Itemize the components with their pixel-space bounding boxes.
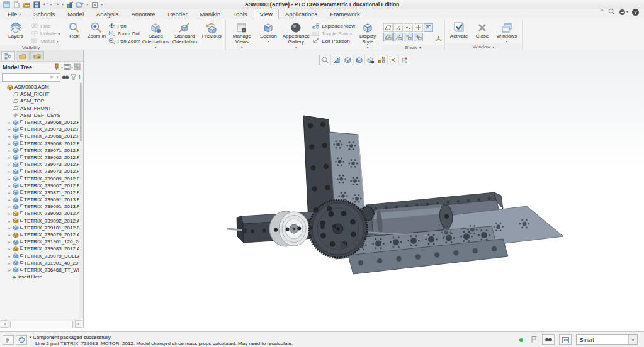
tree-item[interactable]: ▸TETRIX_739079_2012.ASM xyxy=(0,231,79,238)
expand-arrow-icon[interactable]: ▸ xyxy=(8,204,11,209)
axis-display-toggle[interactable] xyxy=(393,23,403,32)
point-tag-toggle[interactable] xyxy=(404,33,413,41)
search-tool-icon[interactable] xyxy=(542,334,555,345)
plane-display-toggle[interactable] xyxy=(383,23,393,32)
expand-arrow-icon[interactable]: ▸ xyxy=(8,219,11,223)
ig-exploded-view-icon[interactable] xyxy=(376,55,388,65)
tree-item[interactable]: ▸TETRIX_739079_COLLAR_2012.PRT xyxy=(0,253,79,260)
find-icon[interactable] xyxy=(62,72,69,83)
manage-views-button[interactable]: Manage Views ▾ xyxy=(228,21,256,49)
expand-arrow-icon[interactable]: ▸ xyxy=(8,246,11,251)
window-group-label[interactable]: Window▾ xyxy=(445,43,522,50)
tree-filters-dropdown-icon[interactable]: ▾ xyxy=(61,65,63,69)
redo-icon[interactable]: ↷ xyxy=(55,2,60,8)
expand-arrow-icon[interactable]: ▸ xyxy=(8,120,11,124)
tree-horizontal-scrollbar[interactable]: ◂ ▸ xyxy=(0,319,83,328)
tree-insert-here[interactable]: ◆Insert Here xyxy=(0,273,79,280)
expand-arrow-icon[interactable]: ▸ xyxy=(8,169,11,174)
filter-funnel-icon[interactable] xyxy=(71,72,77,83)
save-icon[interactable] xyxy=(33,1,40,8)
windows-button[interactable]: Windows ▾ xyxy=(494,21,520,43)
open-file-icon[interactable] xyxy=(23,1,30,8)
tree-item[interactable]: ▸TETRIX_739062_2012.PRT xyxy=(0,154,79,161)
minimize-ribbon-icon[interactable]: ⌃ xyxy=(600,9,604,14)
select-in-window-icon[interactable] xyxy=(559,334,572,345)
tree-filters-icon[interactable] xyxy=(54,62,60,73)
windows-dropdown-icon[interactable]: ▾ xyxy=(506,40,508,43)
ig-display-style-icon[interactable] xyxy=(342,55,354,65)
tree-item[interactable]: ▸TETRIX_739073_2012.PRT xyxy=(0,161,79,168)
toggle-status-button[interactable]: Toggle Status xyxy=(312,30,355,37)
tree-item[interactable]: ASM_FRONT xyxy=(0,105,79,112)
flag-icon[interactable] xyxy=(531,336,538,344)
close-window-icon[interactable] xyxy=(91,1,98,8)
spin-center-icon[interactable] xyxy=(434,33,443,45)
add-filter-icon[interactable]: + xyxy=(78,74,81,80)
tab-framework[interactable]: Framework xyxy=(324,9,366,19)
expand-arrow-icon[interactable]: ▸ xyxy=(8,162,11,167)
ig-zoom-icon[interactable] xyxy=(320,55,331,65)
tab-analysis[interactable]: Analysis xyxy=(90,9,125,19)
display-style-button[interactable]: Display Style ▾ xyxy=(356,21,379,49)
tree-item[interactable]: ▸TETRIX_739073_2012.PRT xyxy=(0,126,79,133)
expand-arrow-icon[interactable]: ▸ xyxy=(8,240,11,244)
folder-browser-tab[interactable] xyxy=(16,51,30,60)
expand-arrow-icon[interactable]: ▸ xyxy=(8,254,11,258)
tab-schools[interactable]: Schools xyxy=(27,9,61,19)
close-button[interactable]: Close xyxy=(472,21,492,40)
unhide-dropdown-icon[interactable]: ▾ xyxy=(58,32,60,36)
zoom-out-button[interactable]: Zoom Out xyxy=(108,30,140,37)
tree-item[interactable]: ASM0003.ASM xyxy=(0,84,79,91)
refit-button[interactable]: Refit xyxy=(64,21,84,40)
expand-arrow-icon[interactable]: ▸ xyxy=(8,226,11,230)
expand-arrow-icon[interactable]: ▸ xyxy=(8,141,11,146)
expand-arrow-icon[interactable]: ▸ xyxy=(8,197,11,202)
browser-toggle-icon[interactable] xyxy=(16,335,27,345)
redo-dropdown-icon[interactable]: ▾ xyxy=(62,3,64,6)
status-dropdown-icon[interactable]: ▾ xyxy=(57,40,59,43)
scroll-left-icon[interactable]: ◂ xyxy=(1,320,8,328)
status-button[interactable]: Status ▾ xyxy=(31,38,60,45)
exploded-view-button[interactable]: Exploded View xyxy=(312,23,355,30)
regenerate-icon[interactable] xyxy=(66,1,74,8)
unhide-button[interactable]: Unhide ▾ xyxy=(31,30,60,37)
tree-columns-icon[interactable] xyxy=(64,62,71,73)
tree-item[interactable]: ▸TETRIX_739089_2012.PRT xyxy=(0,175,79,182)
show-group-label[interactable]: Show▾ xyxy=(381,45,444,50)
csys-display-toggle[interactable] xyxy=(414,23,423,32)
tree-vertical-scrollbar[interactable] xyxy=(79,82,83,318)
expand-arrow-icon[interactable]: ▸ xyxy=(8,134,11,138)
tree-settings-icon[interactable] xyxy=(74,62,81,73)
tree-item[interactable]: ▸TETRIX_736468_TT_WHEEL_2012.PRT xyxy=(0,267,79,273)
expand-arrow-icon[interactable]: ▸ xyxy=(8,268,11,272)
expand-arrow-icon[interactable]: ▸ xyxy=(8,184,11,188)
csys-tag-toggle[interactable] xyxy=(414,33,423,41)
tree-item[interactable]: ▸TETRIX_739091_2013.PRT xyxy=(0,203,79,210)
expand-arrow-icon[interactable]: ▸ xyxy=(8,261,11,265)
tree-item[interactable]: ▸TETRIX_739092_2012.ASM xyxy=(0,210,79,217)
ig-refit-icon[interactable] xyxy=(331,55,342,65)
customize-qat-icon[interactable]: ▾ xyxy=(101,3,103,6)
ig-datum-display-icon[interactable] xyxy=(388,55,399,65)
help-icon[interactable]: ? xyxy=(632,9,639,16)
view-manager-icon[interactable] xyxy=(76,1,84,8)
tree-item[interactable]: ▸TETRIX_735871_2012.PRT xyxy=(0,189,79,196)
tree-item[interactable]: ▸TETRIX_739073_2012.PRT xyxy=(0,168,79,175)
zoom-in-button[interactable]: Zoom In xyxy=(86,21,107,40)
axis-tag-toggle[interactable] xyxy=(393,33,403,41)
previous-button[interactable]: Previous xyxy=(200,21,223,40)
hide-button[interactable]: Hide xyxy=(31,23,60,30)
expand-arrow-icon[interactable]: ▸ xyxy=(8,155,11,160)
saved-orientations-button[interactable]: Saved Orientations ▾ xyxy=(142,21,169,49)
tab-applications[interactable]: Applications xyxy=(279,9,324,19)
tree-item[interactable]: ASM_DEF_CSYS xyxy=(0,112,79,119)
tab-file[interactable]: File▾ xyxy=(1,9,27,19)
tab-view[interactable]: View xyxy=(254,9,279,19)
view-manager-dropdown-icon[interactable]: ▾ xyxy=(86,3,88,6)
tree-item[interactable]: ASM_RIGHT xyxy=(0,91,79,97)
tree-item[interactable]: ▸TETRIX_739092_2012.ASM xyxy=(0,218,79,224)
tab-render[interactable]: Render xyxy=(161,9,193,19)
expand-arrow-icon[interactable]: ▸ xyxy=(8,148,11,153)
layers-button[interactable]: Layers xyxy=(2,21,30,40)
pan-zoom-button[interactable]: Pan Zoom xyxy=(108,38,140,45)
